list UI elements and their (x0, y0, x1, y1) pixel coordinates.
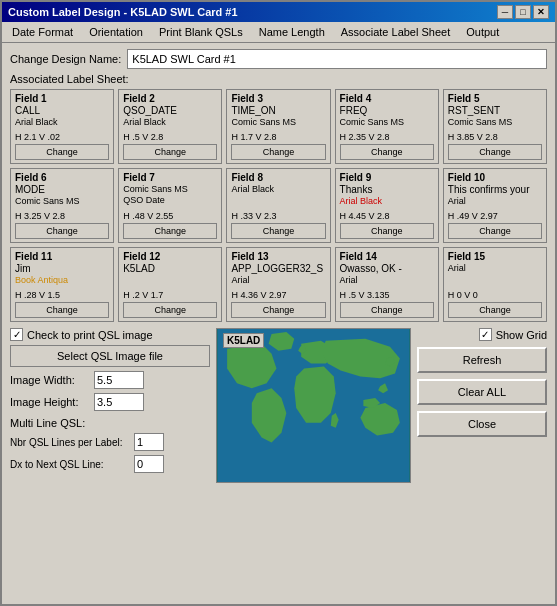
menu-name-length[interactable]: Name Length (253, 24, 331, 40)
field-hw-5: H 3.85 V 2.8 (448, 132, 542, 142)
field-font-6: Comic Sans MS (15, 196, 109, 206)
field-value-1: CALL (15, 105, 109, 116)
field-box-15: Field 15ArialH 0 V 0Change (443, 247, 547, 322)
check-qsl-image-checkbox[interactable]: ✓ (10, 328, 23, 341)
field-change-btn-12[interactable]: Change (123, 302, 217, 318)
field-change-btn-6[interactable]: Change (15, 223, 109, 239)
multi-line-label: Multi Line QSL: (10, 417, 210, 429)
menu-date-format[interactable]: Date Format (6, 24, 79, 40)
field-hw-10: H .49 V 2.97 (448, 211, 542, 221)
field-box-4: Field 4FREQComic Sans MSH 2.35 V 2.8Chan… (335, 89, 439, 164)
field-change-btn-14[interactable]: Change (340, 302, 434, 318)
main-window: Custom Label Design - K5LAD SWL Card #1 … (0, 0, 557, 606)
field-hw-9: H 4.45 V 2.8 (340, 211, 434, 221)
image-height-input[interactable] (94, 393, 144, 411)
field-box-5: Field 5RST_SENTComic Sans MSH 3.85 V 2.8… (443, 89, 547, 164)
image-width-input[interactable] (94, 371, 144, 389)
field-font-13: Arial (231, 275, 325, 285)
field-change-btn-5[interactable]: Change (448, 144, 542, 160)
nbr-lines-input[interactable] (134, 433, 164, 451)
field-change-btn-11[interactable]: Change (15, 302, 109, 318)
field-change-btn-10[interactable]: Change (448, 223, 542, 239)
field-title-6: Field 6 (15, 172, 109, 183)
field-box-9: Field 9ThanksArial BlackH 4.45 V 2.8Chan… (335, 168, 439, 243)
title-bar: Custom Label Design - K5LAD SWL Card #1 … (2, 2, 555, 22)
field-title-9: Field 9 (340, 172, 434, 183)
field-title-14: Field 14 (340, 251, 434, 262)
field-box-8: Field 8Arial BlackH .33 V 2.3Change (226, 168, 330, 243)
maximize-button[interactable]: □ (515, 5, 531, 19)
field-font-14: Arial (340, 275, 434, 285)
field-title-11: Field 11 (15, 251, 109, 262)
show-grid-label: Show Grid (496, 329, 547, 341)
field-box-1: Field 1CALLArial BlackH 2.1 V .02Change (10, 89, 114, 164)
menu-associate-label[interactable]: Associate Label Sheet (335, 24, 456, 40)
map-label: K5LAD (223, 333, 264, 348)
nbr-lines-row: Nbr QSL Lines per Label: (10, 433, 210, 451)
field-change-btn-9[interactable]: Change (340, 223, 434, 239)
design-name-label: Change Design Name: (10, 53, 121, 65)
field-change-btn-7[interactable]: Change (123, 223, 217, 239)
field-value-11: Jim (15, 263, 109, 274)
image-width-label: Image Width: (10, 374, 90, 386)
field-title-5: Field 5 (448, 93, 542, 104)
field-title-4: Field 4 (340, 93, 434, 104)
field-change-btn-3[interactable]: Change (231, 144, 325, 160)
field-title-1: Field 1 (15, 93, 109, 104)
field-box-6: Field 6MODEComic Sans MSH 3.25 V 2.8Chan… (10, 168, 114, 243)
field-font2-7: QSO Date (123, 195, 217, 205)
field-hw-7: H .48 V 2.55 (123, 211, 217, 221)
field-hw-4: H 2.35 V 2.8 (340, 132, 434, 142)
clear-all-button[interactable]: Clear ALL (417, 379, 547, 405)
field-title-10: Field 10 (448, 172, 542, 183)
design-name-row: Change Design Name: (10, 49, 547, 69)
design-name-input[interactable] (127, 49, 547, 69)
field-title-3: Field 3 (231, 93, 325, 104)
show-grid-checkbox[interactable]: ✓ (479, 328, 492, 341)
field-change-btn-1[interactable]: Change (15, 144, 109, 160)
menu-print-blank[interactable]: Print Blank QSLs (153, 24, 249, 40)
field-box-13: Field 13APP_LOGGER32_SArialH 4.36 V 2.97… (226, 247, 330, 322)
refresh-button[interactable]: Refresh (417, 347, 547, 373)
field-hw-1: H 2.1 V .02 (15, 132, 109, 142)
nbr-lines-label: Nbr QSL Lines per Label: (10, 437, 130, 448)
close-window-button[interactable]: Close (417, 411, 547, 437)
field-font-5: Comic Sans MS (448, 117, 542, 127)
field-value-12: K5LAD (123, 263, 217, 274)
check-qsl-image-label: Check to print QSL image (27, 329, 153, 341)
field-hw-3: H 1.7 V 2.8 (231, 132, 325, 142)
field-box-11: Field 11JimBook AntiquaH .28 V 1.5Change (10, 247, 114, 322)
close-button[interactable]: ✕ (533, 5, 549, 19)
field-box-10: Field 10This confirms yourArialH .49 V 2… (443, 168, 547, 243)
field-font-1: Arial Black (15, 117, 109, 127)
dx-next-input[interactable] (134, 455, 164, 473)
field-value-14: Owasso, OK - (340, 263, 434, 274)
menu-bar: Date Format Orientation Print Blank QSLs… (2, 22, 555, 43)
minimize-button[interactable]: ─ (497, 5, 513, 19)
field-font-11: Book Antiqua (15, 275, 109, 285)
field-hw-6: H 3.25 V 2.8 (15, 211, 109, 221)
title-bar-buttons: ─ □ ✕ (497, 5, 549, 19)
field-change-btn-15[interactable]: Change (448, 302, 542, 318)
field-change-btn-2[interactable]: Change (123, 144, 217, 160)
world-map (217, 329, 410, 482)
select-image-button[interactable]: Select QSL Image file (10, 345, 210, 367)
field-value-10: This confirms your (448, 184, 542, 195)
menu-output[interactable]: Output (460, 24, 505, 40)
main-content: Change Design Name: Associated Label She… (2, 43, 555, 604)
map-container: K5LAD (216, 328, 411, 483)
assoc-label-sheet-label: Associated Label Sheet: (10, 73, 547, 85)
field-change-btn-4[interactable]: Change (340, 144, 434, 160)
field-title-15: Field 15 (448, 251, 542, 262)
check-qsl-image-row: ✓ Check to print QSL image (10, 328, 210, 341)
show-grid-row: ✓ Show Grid (417, 328, 547, 341)
field-change-btn-8[interactable]: Change (231, 223, 325, 239)
field-value-9: Thanks (340, 184, 434, 195)
field-title-8: Field 8 (231, 172, 325, 183)
dx-next-row: Dx to Next QSL Line: (10, 455, 210, 473)
field-font-8: Arial Black (231, 184, 325, 194)
field-change-btn-13[interactable]: Change (231, 302, 325, 318)
field-font-2: Arial Black (123, 117, 217, 127)
field-title-7: Field 7 (123, 172, 217, 183)
menu-orientation[interactable]: Orientation (83, 24, 149, 40)
